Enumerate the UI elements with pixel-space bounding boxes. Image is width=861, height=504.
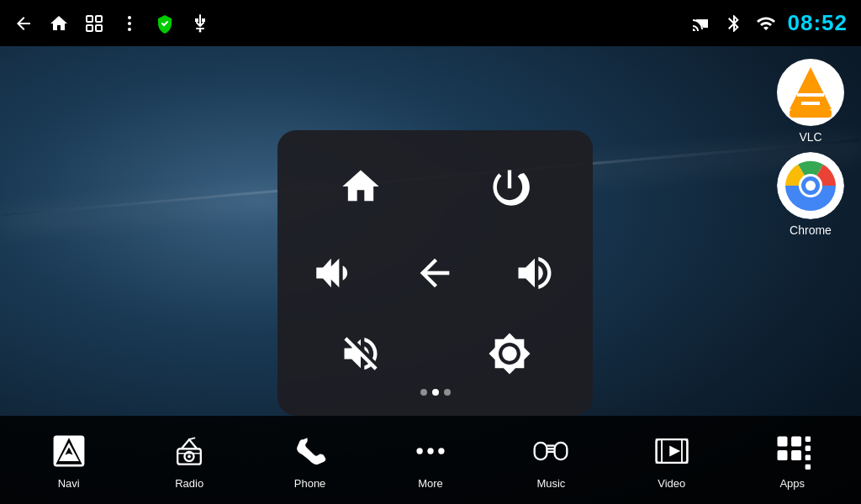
- radio-icon: [168, 430, 210, 472]
- svg-rect-38: [806, 437, 811, 442]
- power-button[interactable]: [436, 156, 585, 217]
- svg-point-22: [188, 455, 191, 459]
- nav-item-more[interactable]: More: [388, 430, 473, 490]
- nav-item-phone[interactable]: Phone: [268, 430, 352, 490]
- chrome-app-icon[interactable]: Chrome: [777, 152, 844, 237]
- svg-rect-34: [778, 437, 788, 447]
- status-bar: 08:52: [0, 0, 861, 46]
- vlc-icon-circle: [777, 59, 844, 126]
- svg-point-4: [128, 16, 131, 19]
- pagination-dots: [420, 389, 451, 396]
- nav-item-video[interactable]: Video: [630, 430, 714, 490]
- more-label: More: [418, 477, 443, 490]
- nav-item-radio[interactable]: Radio: [147, 430, 231, 490]
- brightness-button[interactable]: [436, 323, 585, 384]
- mute-button[interactable]: [286, 323, 436, 384]
- volume-down-button[interactable]: [286, 243, 385, 303]
- navi-label: Navi: [58, 477, 80, 490]
- svg-rect-41: [806, 465, 811, 470]
- cp-row-2: [286, 229, 584, 316]
- statusbar-left: [13, 13, 692, 34]
- music-icon: [530, 430, 572, 472]
- svg-rect-9: [790, 109, 832, 118]
- cp-row-1: [286, 143, 584, 229]
- antivirus-icon: [155, 13, 175, 34]
- svg-point-6: [128, 28, 131, 31]
- back-button[interactable]: [385, 243, 484, 303]
- svg-marker-33: [669, 446, 680, 457]
- svg-line-24: [189, 438, 194, 439]
- chrome-icon-circle: [777, 152, 844, 219]
- phone-label: Phone: [294, 477, 326, 490]
- svg-rect-37: [791, 450, 801, 460]
- statusbar-right: 08:52: [692, 10, 848, 36]
- nav-item-music[interactable]: Music: [509, 430, 593, 490]
- bottom-navigation: Navi Radio Phone: [0, 416, 861, 504]
- back-icon[interactable]: [13, 13, 34, 34]
- dot-3: [444, 389, 451, 396]
- app-icons-area: VLC: [777, 59, 844, 237]
- navi-icon: [48, 430, 90, 472]
- wifi-icon: [756, 13, 776, 34]
- svg-rect-40: [806, 455, 811, 460]
- svg-point-5: [128, 22, 131, 25]
- apps-label: Apps: [779, 477, 805, 490]
- vlc-label: VLC: [799, 130, 821, 144]
- dot-1: [420, 389, 427, 396]
- video-icon: [651, 430, 693, 472]
- svg-rect-2: [87, 25, 92, 31]
- bluetooth-icon: [724, 13, 744, 34]
- chrome-label: Chrome: [790, 223, 832, 237]
- status-time: 08:52: [788, 10, 848, 36]
- video-label: Video: [658, 477, 685, 490]
- svg-rect-1: [96, 16, 102, 22]
- recent-apps-icon[interactable]: [84, 13, 104, 34]
- svg-point-7: [199, 29, 202, 32]
- phone-icon: [289, 430, 331, 472]
- control-panel: [277, 130, 593, 416]
- usb-icon: [190, 13, 210, 34]
- apps-icon: [771, 430, 813, 472]
- svg-rect-28: [535, 443, 547, 459]
- svg-point-16: [806, 181, 816, 191]
- dot-2: [432, 389, 439, 396]
- svg-point-25: [416, 448, 422, 454]
- svg-rect-29: [555, 443, 568, 459]
- music-label: Music: [536, 477, 565, 490]
- svg-rect-0: [87, 16, 92, 22]
- radio-label: Radio: [175, 477, 203, 490]
- cast-icon: [692, 13, 712, 34]
- nav-item-apps[interactable]: Apps: [750, 430, 834, 490]
- nav-item-navi[interactable]: Navi: [27, 430, 111, 490]
- home-button[interactable]: [286, 156, 436, 217]
- svg-rect-35: [791, 437, 801, 447]
- more-icon: [409, 430, 452, 472]
- vlc-app-icon[interactable]: VLC: [777, 59, 844, 144]
- svg-rect-3: [96, 25, 102, 31]
- svg-rect-39: [806, 446, 811, 451]
- cp-row-3: [286, 317, 584, 403]
- svg-point-27: [438, 448, 444, 454]
- volume-up-button[interactable]: [485, 243, 584, 303]
- menu-icon[interactable]: [119, 13, 140, 34]
- home-icon[interactable]: [49, 13, 69, 34]
- svg-rect-36: [778, 450, 788, 460]
- svg-point-26: [427, 448, 433, 454]
